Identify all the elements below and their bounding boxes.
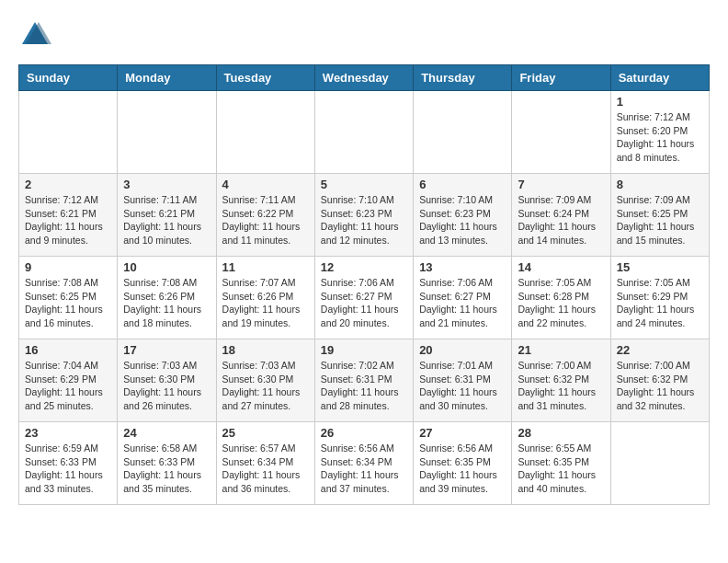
calendar-week-1: 2Sunrise: 7:12 AM Sunset: 6:21 PM Daylig… — [19, 174, 710, 257]
day-number: 23 — [25, 426, 111, 440]
day-info: Sunrise: 7:05 AM Sunset: 6:29 PM Dayligh… — [617, 276, 703, 330]
day-header-wednesday: Wednesday — [314, 65, 413, 91]
day-number: 8 — [617, 178, 703, 191]
calendar-cell — [216, 91, 314, 174]
day-number: 13 — [419, 260, 506, 274]
day-info: Sunrise: 6:57 AM Sunset: 6:34 PM Dayligh… — [222, 442, 309, 496]
day-info: Sunrise: 7:03 AM Sunset: 6:30 PM Dayligh… — [123, 359, 210, 413]
calendar-header-row: SundayMondayTuesdayWednesdayThursdayFrid… — [19, 65, 710, 91]
calendar-week-3: 16Sunrise: 7:04 AM Sunset: 6:29 PM Dayli… — [19, 339, 710, 422]
day-info: Sunrise: 6:59 AM Sunset: 6:33 PM Dayligh… — [25, 442, 111, 496]
calendar-cell: 18Sunrise: 7:03 AM Sunset: 6:30 PM Dayli… — [216, 339, 314, 422]
day-number: 7 — [518, 178, 604, 191]
calendar-week-2: 9Sunrise: 7:08 AM Sunset: 6:25 PM Daylig… — [19, 257, 710, 339]
day-number: 26 — [321, 426, 407, 440]
day-info: Sunrise: 7:11 AM Sunset: 6:21 PM Dayligh… — [123, 193, 210, 247]
day-header-tuesday: Tuesday — [216, 65, 314, 91]
day-number: 2 — [25, 178, 111, 191]
calendar-cell — [512, 91, 610, 174]
day-info: Sunrise: 7:11 AM Sunset: 6:22 PM Dayligh… — [222, 193, 309, 247]
day-info: Sunrise: 7:00 AM Sunset: 6:32 PM Dayligh… — [617, 359, 703, 413]
calendar-cell — [414, 91, 512, 174]
day-info: Sunrise: 7:04 AM Sunset: 6:29 PM Dayligh… — [25, 359, 111, 413]
calendar-cell: 20Sunrise: 7:01 AM Sunset: 6:31 PM Dayli… — [414, 339, 512, 422]
day-number: 9 — [25, 260, 111, 274]
day-number: 6 — [419, 178, 506, 191]
day-header-thursday: Thursday — [414, 65, 512, 91]
day-number: 15 — [617, 260, 703, 274]
day-number: 18 — [222, 343, 309, 357]
day-info: Sunrise: 6:56 AM Sunset: 6:35 PM Dayligh… — [419, 442, 506, 496]
day-info: Sunrise: 7:12 AM Sunset: 6:21 PM Dayligh… — [25, 193, 111, 247]
calendar-cell: 27Sunrise: 6:56 AM Sunset: 6:35 PM Dayli… — [414, 422, 512, 505]
calendar-cell: 24Sunrise: 6:58 AM Sunset: 6:33 PM Dayli… — [118, 422, 216, 505]
day-info: Sunrise: 7:03 AM Sunset: 6:30 PM Dayligh… — [222, 359, 309, 413]
day-number: 14 — [518, 260, 604, 274]
day-info: Sunrise: 7:07 AM Sunset: 6:26 PM Dayligh… — [222, 276, 309, 330]
day-info: Sunrise: 6:55 AM Sunset: 6:35 PM Dayligh… — [518, 442, 604, 496]
calendar-cell: 14Sunrise: 7:05 AM Sunset: 6:28 PM Dayli… — [512, 257, 610, 339]
day-number: 17 — [123, 343, 210, 357]
day-info: Sunrise: 6:56 AM Sunset: 6:34 PM Dayligh… — [321, 442, 407, 496]
day-number: 11 — [222, 260, 309, 274]
calendar-cell: 12Sunrise: 7:06 AM Sunset: 6:27 PM Dayli… — [314, 257, 413, 339]
calendar-cell: 11Sunrise: 7:07 AM Sunset: 6:26 PM Dayli… — [216, 257, 314, 339]
logo-icon — [18, 18, 51, 52]
calendar-cell: 8Sunrise: 7:09 AM Sunset: 6:25 PM Daylig… — [610, 174, 709, 257]
day-info: Sunrise: 7:12 AM Sunset: 6:20 PM Dayligh… — [617, 110, 703, 165]
day-number: 21 — [518, 343, 604, 357]
day-header-saturday: Saturday — [610, 65, 709, 91]
day-number: 10 — [123, 260, 210, 274]
day-number: 28 — [518, 426, 604, 440]
calendar-cell: 25Sunrise: 6:57 AM Sunset: 6:34 PM Dayli… — [216, 422, 314, 505]
day-number: 12 — [321, 260, 407, 274]
day-number: 1 — [617, 95, 703, 109]
calendar-week-0: 1Sunrise: 7:12 AM Sunset: 6:20 PM Daylig… — [19, 91, 710, 174]
day-info: Sunrise: 6:58 AM Sunset: 6:33 PM Dayligh… — [123, 442, 210, 496]
day-info: Sunrise: 7:01 AM Sunset: 6:31 PM Dayligh… — [419, 359, 506, 413]
day-info: Sunrise: 7:08 AM Sunset: 6:26 PM Dayligh… — [123, 276, 210, 330]
day-info: Sunrise: 7:06 AM Sunset: 6:27 PM Dayligh… — [419, 276, 506, 330]
day-number: 4 — [222, 178, 309, 191]
calendar-cell — [19, 91, 118, 174]
calendar-cell: 17Sunrise: 7:03 AM Sunset: 6:30 PM Dayli… — [118, 339, 216, 422]
day-number: 19 — [321, 343, 407, 357]
logo — [18, 18, 55, 55]
calendar-cell: 22Sunrise: 7:00 AM Sunset: 6:32 PM Dayli… — [610, 339, 709, 422]
day-number: 25 — [222, 426, 309, 440]
day-info: Sunrise: 7:10 AM Sunset: 6:23 PM Dayligh… — [321, 193, 407, 247]
day-info: Sunrise: 7:10 AM Sunset: 6:23 PM Dayligh… — [419, 193, 506, 247]
calendar-cell: 3Sunrise: 7:11 AM Sunset: 6:21 PM Daylig… — [118, 174, 216, 257]
day-info: Sunrise: 7:06 AM Sunset: 6:27 PM Dayligh… — [321, 276, 407, 330]
calendar-cell — [118, 91, 216, 174]
day-info: Sunrise: 7:00 AM Sunset: 6:32 PM Dayligh… — [518, 359, 604, 413]
calendar-cell: 26Sunrise: 6:56 AM Sunset: 6:34 PM Dayli… — [314, 422, 413, 505]
day-number: 16 — [25, 343, 111, 357]
day-info: Sunrise: 7:05 AM Sunset: 6:28 PM Dayligh… — [518, 276, 604, 330]
day-number: 27 — [419, 426, 506, 440]
calendar-cell: 16Sunrise: 7:04 AM Sunset: 6:29 PM Dayli… — [19, 339, 118, 422]
calendar-week-4: 23Sunrise: 6:59 AM Sunset: 6:33 PM Dayli… — [19, 422, 710, 505]
calendar-cell: 15Sunrise: 7:05 AM Sunset: 6:29 PM Dayli… — [610, 257, 709, 339]
day-info: Sunrise: 7:09 AM Sunset: 6:24 PM Dayligh… — [518, 193, 604, 247]
day-number: 24 — [123, 426, 210, 440]
calendar-table: SundayMondayTuesdayWednesdayThursdayFrid… — [18, 64, 710, 505]
calendar-cell: 23Sunrise: 6:59 AM Sunset: 6:33 PM Dayli… — [19, 422, 118, 505]
calendar-cell: 4Sunrise: 7:11 AM Sunset: 6:22 PM Daylig… — [216, 174, 314, 257]
day-number: 20 — [419, 343, 506, 357]
day-number: 22 — [617, 343, 703, 357]
calendar-cell: 28Sunrise: 6:55 AM Sunset: 6:35 PM Dayli… — [512, 422, 610, 505]
day-number: 5 — [321, 178, 407, 191]
day-info: Sunrise: 7:08 AM Sunset: 6:25 PM Dayligh… — [25, 276, 111, 330]
day-header-friday: Friday — [512, 65, 610, 91]
calendar-cell: 1Sunrise: 7:12 AM Sunset: 6:20 PM Daylig… — [610, 91, 709, 174]
day-number: 3 — [123, 178, 210, 191]
calendar-cell: 19Sunrise: 7:02 AM Sunset: 6:31 PM Dayli… — [314, 339, 413, 422]
calendar-cell — [610, 422, 709, 505]
calendar-cell: 6Sunrise: 7:10 AM Sunset: 6:23 PM Daylig… — [414, 174, 512, 257]
calendar-cell: 10Sunrise: 7:08 AM Sunset: 6:26 PM Dayli… — [118, 257, 216, 339]
day-header-monday: Monday — [118, 65, 216, 91]
day-info: Sunrise: 7:02 AM Sunset: 6:31 PM Dayligh… — [321, 359, 407, 413]
calendar-cell: 7Sunrise: 7:09 AM Sunset: 6:24 PM Daylig… — [512, 174, 610, 257]
calendar-cell: 2Sunrise: 7:12 AM Sunset: 6:21 PM Daylig… — [19, 174, 118, 257]
